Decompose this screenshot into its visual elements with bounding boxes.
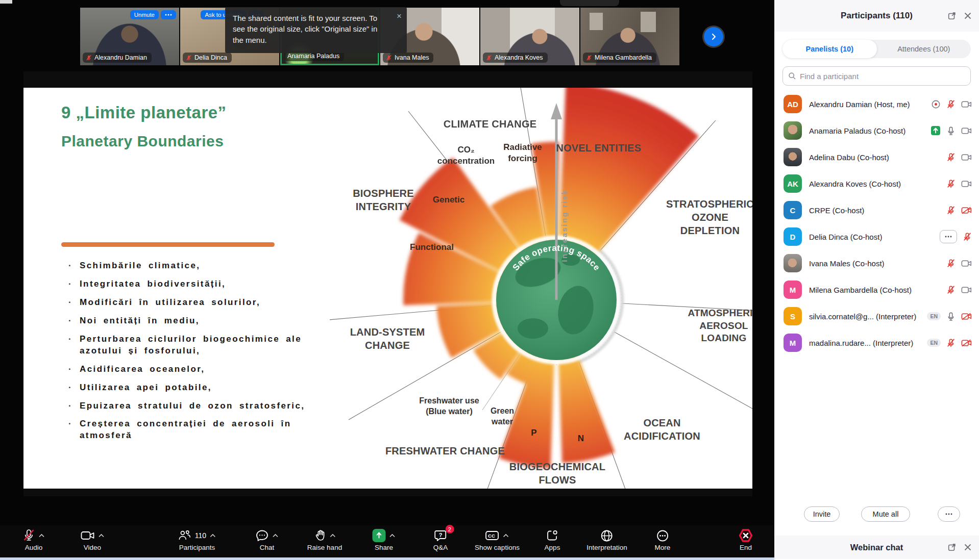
apps-label: Apps [545,544,560,551]
bullet-item: Perturbarea ciclurilor biogeochimice ale… [80,334,310,357]
chevron-up-icon[interactable] [39,533,45,538]
audio-button[interactable]: Audio [23,528,45,551]
bullet-item: Epuizarea stratului de ozon stratosferic… [80,400,310,412]
participant-search[interactable] [782,66,971,86]
more-button[interactable]: More [655,528,671,551]
search-input[interactable] [800,72,965,81]
chevron-up-icon[interactable] [273,533,279,538]
label-freshwater-use: Freshwater use (Blue water) [419,396,479,417]
participant-name: madalina.rudare... (Interpreter) [809,339,927,347]
fit-to-screen-notification: The shared content is fit to your screen… [225,7,407,53]
video-button[interactable]: Video [81,528,105,551]
participant-row[interactable]: AK Alexandra Koves (Co-host) [774,170,979,197]
label-stratospheric-ozone: STRATOSPHERIC OZONE DEPLETION [666,197,752,237]
participants-count: 110 [195,531,206,540]
participant-row[interactable]: C CRPE (Co-host) [774,197,979,223]
chevron-up-icon[interactable] [503,533,509,538]
qa-button[interactable]: ? 2 Q&A [433,528,448,551]
avatar [784,148,802,166]
chevron-up-icon[interactable] [210,533,216,538]
label-phosphorus: P [531,427,536,439]
mic-muted-icon [23,529,35,542]
svg-text:?: ? [439,531,443,538]
interpretation-button[interactable]: Interpretation [586,528,627,551]
popout-icon[interactable] [947,11,957,20]
camera-on-icon [961,180,972,188]
close-icon[interactable] [964,543,972,551]
invite-button[interactable]: Invite [804,506,840,522]
chevron-up-icon[interactable] [330,533,336,538]
camera-on-icon [961,286,972,294]
chat-icon [256,529,269,542]
mic-muted-icon [586,55,592,61]
chat-label: Chat [256,544,279,551]
top-edge-artifact [0,0,12,4]
participant-row[interactable]: D Delia Dinca (Co-host) [774,223,979,250]
label-functional: Functional [410,242,454,253]
participant-row[interactable]: Adelina Dabu (Co-host) [774,144,979,170]
bullet-item: Noi entități în mediu, [80,315,310,327]
slide-title-en: Planetary Boundaries [61,133,224,150]
mic-muted-icon [186,55,192,61]
tab-attendees[interactable]: Attendees (100) [877,40,971,58]
participants-button[interactable]: 110 Participants [178,528,216,551]
mute-all-button[interactable]: Mute all [861,506,910,522]
video-tile-milena[interactable]: Milena Gambardella [580,8,679,65]
label-novel-entities: NOVEL ENTITIES [556,141,642,155]
audio-label: Audio [23,544,45,551]
raise-hand-label: Raise hand [307,544,342,551]
notification-close-icon[interactable]: × [397,10,402,22]
chevron-up-icon[interactable] [389,533,396,538]
label-genetic: Genetic [433,194,464,206]
mic-muted-icon [963,232,972,242]
unmute-button[interactable]: Unmute [130,10,159,19]
meeting-toolbar: Audio Video 110 Participants Chat Raise … [0,525,774,557]
participant-row[interactable]: AD Alexandru Damian (Host, me) [774,91,979,117]
webinar-chat-header[interactable]: Webinar chat [774,536,979,559]
avatar: D [784,227,802,246]
video-tile-alexandra[interactable]: Alexandra Koves [480,8,579,65]
raise-hand-button[interactable]: Raise hand [307,528,342,551]
participant-tile-name: Alexandra Koves [495,54,543,61]
camera-off-icon [961,206,972,215]
row-more-button[interactable] [940,230,957,243]
chat-button[interactable]: Chat [256,528,279,551]
participant-name: silvia.cornatel@g... (Interpreter) [809,312,927,321]
video-tile-alexandru[interactable]: Unmute Alexandru Damian [80,8,179,65]
share-button[interactable]: Share [373,528,396,551]
name-label: Delia Dinca [183,53,232,63]
slide-content: 9 „Limite planetare” Planetary Boundarie… [23,88,752,489]
participant-name: Adelina Dabu (Co-host) [809,153,946,162]
language-badge: EN [927,312,941,320]
participant-row[interactable]: M madalina.rudare... (Interpreter) EN [774,329,979,356]
popout-icon[interactable] [947,543,957,552]
svg-text:CC: CC [488,533,496,539]
avatar: AD [784,95,802,113]
participants-footer: Invite Mute all [774,506,979,522]
bottom-strip [0,557,774,560]
mic-muted-icon [946,99,956,109]
qa-badge: 2 [445,525,454,533]
captions-button[interactable]: CC Show captions [475,528,520,551]
chevron-up-icon[interactable] [99,533,105,538]
participant-row[interactable]: S silvia.cornatel@g... (Interpreter) EN [774,303,979,329]
participants-header: Participants (110) [774,0,979,32]
participant-row[interactable]: Ivana Males (Co-host) [774,250,979,276]
participant-row[interactable]: M Milena Gambardella (Co-host) [774,276,979,303]
camera-on-icon [961,126,972,135]
tile-more-button[interactable] [161,10,176,19]
tab-panelists[interactable]: Panelists (10) [782,40,877,58]
label-green-water: Green water [491,406,514,427]
label-climate-change: CLIMATE CHANGE [444,117,536,131]
avatar: S [784,307,802,325]
close-icon[interactable] [964,12,972,20]
participant-tile-name: Delia Dinca [194,54,227,61]
search-icon [788,72,796,80]
footer-more-button[interactable] [938,506,960,522]
view-control-notch[interactable] [560,0,619,6]
mic-muted-icon [486,55,492,61]
apps-button[interactable]: Apps [545,528,560,551]
end-button[interactable]: End [738,528,753,551]
next-videos-button[interactable] [704,27,723,46]
participant-row[interactable]: Anamaria Paladus (Co-host) [774,117,979,144]
